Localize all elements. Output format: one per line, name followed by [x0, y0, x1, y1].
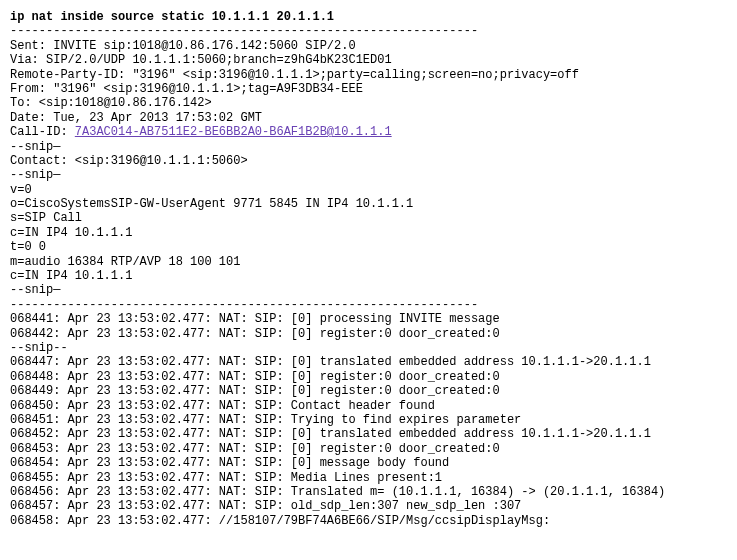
- terminal-output: ip nat inside source static 10.1.1.1 20.…: [10, 10, 727, 528]
- rule: ----------------------------------------…: [10, 24, 727, 38]
- log-line: 068454: Apr 23 13:53:02.477: NAT: SIP: […: [10, 456, 727, 470]
- log-line: 068453: Apr 23 13:53:02.477: NAT: SIP: […: [10, 442, 727, 456]
- log-line: 068447: Apr 23 13:53:02.477: NAT: SIP: […: [10, 355, 727, 369]
- snip-marker: --snip—: [10, 168, 727, 182]
- sip-to: To: <sip:1018@10.86.176.142>: [10, 96, 727, 110]
- log-line: 068448: Apr 23 13:53:02.477: NAT: SIP: […: [10, 370, 727, 384]
- log-line: 068442: Apr 23 13:53:02.477: NAT: SIP: […: [10, 327, 727, 341]
- log-line: 068450: Apr 23 13:53:02.477: NAT: SIP: C…: [10, 399, 727, 413]
- sip-call-id: Call-ID: 7A3AC014-AB7511E2-BE6BB2A0-B6AF…: [10, 125, 727, 139]
- log-line: 068457: Apr 23 13:53:02.477: NAT: SIP: o…: [10, 499, 727, 513]
- log-line: 068458: Apr 23 13:53:02.477: //158107/79…: [10, 514, 727, 528]
- sip-sent: Sent: INVITE sip:1018@10.86.176.142:5060…: [10, 39, 727, 53]
- log-line: 068441: Apr 23 13:53:02.477: NAT: SIP: […: [10, 312, 727, 326]
- sdp-session: s=SIP Call: [10, 211, 727, 225]
- call-id-label: Call-ID:: [10, 125, 75, 139]
- snip-marker: --snip—: [10, 283, 727, 297]
- sdp-connection: c=IN IP4 10.1.1.1: [10, 226, 727, 240]
- sip-date: Date: Tue, 23 Apr 2013 17:53:02 GMT: [10, 111, 727, 125]
- call-id-link[interactable]: 7A3AC014-AB7511E2-BE6BB2A0-B6AF1B2B@10.1…: [75, 125, 392, 139]
- rule: ----------------------------------------…: [10, 298, 727, 312]
- sdp-origin: o=CiscoSystemsSIP-GW-UserAgent 9771 5845…: [10, 197, 727, 211]
- sdp-version: v=0: [10, 183, 727, 197]
- sip-via: Via: SIP/2.0/UDP 10.1.1.1:5060;branch=z9…: [10, 53, 727, 67]
- snip-marker: --snip—: [10, 140, 727, 154]
- sip-contact: Contact: <sip:3196@10.1.1.1:5060>: [10, 154, 727, 168]
- sdp-connection: c=IN IP4 10.1.1.1: [10, 269, 727, 283]
- sdp-media: m=audio 16384 RTP/AVP 18 100 101: [10, 255, 727, 269]
- log-line: 068451: Apr 23 13:53:02.477: NAT: SIP: T…: [10, 413, 727, 427]
- nat-command: ip nat inside source static 10.1.1.1 20.…: [10, 10, 727, 24]
- snip-marker: --snip--: [10, 341, 727, 355]
- log-line: 068449: Apr 23 13:53:02.477: NAT: SIP: […: [10, 384, 727, 398]
- sip-from: From: "3196" <sip:3196@10.1.1.1>;tag=A9F…: [10, 82, 727, 96]
- sdp-time: t=0 0: [10, 240, 727, 254]
- log-line: 068455: Apr 23 13:53:02.477: NAT: SIP: M…: [10, 471, 727, 485]
- sip-remote-party-id: Remote-Party-ID: "3196" <sip:3196@10.1.1…: [10, 68, 727, 82]
- log-line: 068452: Apr 23 13:53:02.477: NAT: SIP: […: [10, 427, 727, 441]
- log-line: 068456: Apr 23 13:53:02.477: NAT: SIP: T…: [10, 485, 727, 499]
